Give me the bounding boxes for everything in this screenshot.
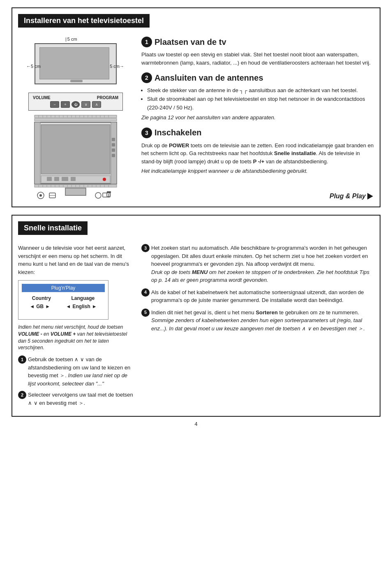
menu-val2: English [72, 304, 90, 309]
step2-bullet2: Sluit de stroomkabel aan op het televisi… [147, 95, 374, 112]
tv-illustration-area: |5 cm ←5 cm 5 cm→ [18, 37, 133, 201]
bottom-intro: Wanneer u de televisie voor het eerst aa… [18, 244, 133, 276]
svg-rect-31 [62, 177, 68, 181]
remote-down-btn[interactable]: ∨ [81, 101, 90, 108]
svg-rect-23 [41, 125, 110, 174]
remote-up-btn[interactable]: ∧ [92, 101, 101, 108]
right-step3: 3 Het zoeken start nu automatisch. Alle … [141, 244, 374, 284]
bottom-step2-num: 2 [18, 391, 26, 399]
svg-rect-25 [112, 143, 115, 146]
menu-val2-left: ◄ [66, 304, 71, 309]
svg-rect-29 [47, 177, 52, 181]
step2-num: 2 [141, 72, 152, 83]
remote-power-btn[interactable]: ⏻ [71, 101, 80, 108]
svg-rect-22 [111, 122, 117, 184]
step3-text: Druk op de POWER toets om de televisie a… [141, 142, 374, 166]
menu-col1: Country [32, 295, 51, 301]
svg-rect-26 [112, 149, 115, 152]
right-content: 1 Plaatsen van de tv Plaats uw toestel o… [141, 37, 374, 201]
plug-n-play-menu: Plug'n'Play Country Language ◄ GB ► ◄ En… [18, 280, 108, 320]
right-step3-text: Het zoeken start nu automatisch. Alle be… [151, 244, 374, 284]
bottom-step1-text: Gebruik de toetsen ∧ ∨ van de afstandsbe… [28, 355, 133, 388]
right-step4-text: Als de kabel of het kabelnetwerk het aut… [151, 288, 374, 304]
menu-val1-left: ◄ [30, 304, 35, 309]
svg-rect-24 [112, 138, 115, 141]
bottom-section-header: Snelle installatie [18, 221, 88, 235]
menu-val1-right: ► [45, 304, 50, 309]
step3-num: 3 [141, 128, 152, 138]
plug-play-label: Plug & Play [330, 193, 366, 200]
bottom-step1: 1 Gebruik de toetsen ∧ ∨ van de afstands… [18, 355, 133, 388]
step2-bullets: Steek de stekker van de antenne in de ┐┌… [141, 86, 374, 112]
page-number: 4 [194, 421, 197, 427]
page-number-area: 4 [12, 421, 380, 427]
remote-control-panel: VOLUME PROGRAM − + ⏻ ∨ ∧ [28, 93, 123, 111]
plug-play-arrow-icon [367, 193, 373, 200]
left-col: Wanneer u de televisie voor het eerst aa… [18, 244, 133, 410]
svg-rect-32 [71, 177, 76, 181]
tv-back-illustration [26, 113, 125, 201]
step3-italic: Het indicatielampje knippert wanneer u d… [141, 167, 374, 175]
step2-bullet1: Steek de stekker van de antenne in de ┐┌… [147, 86, 374, 95]
step1-text: Plaats uw toestel op een stevig en stabi… [141, 51, 374, 67]
bottom-step2: 2 Selecteer vervolgens uw taal met de to… [18, 391, 133, 407]
plug-play-logo: Plug & Play [330, 193, 373, 200]
bottom-section: Snelle installatie Wanneer u de televisi… [12, 215, 380, 417]
right-col: 3 Het zoeken start nu automatisch. Alle … [141, 244, 374, 410]
step1-block: 1 Plaatsen van de tv Plaats uw toestel o… [141, 37, 374, 67]
right-step5-num: 5 [141, 309, 150, 317]
right-step5-text: Indien dit niet het geval is, dient u he… [151, 309, 374, 333]
svg-point-33 [103, 178, 106, 181]
svg-rect-30 [54, 177, 59, 181]
remote-volume-label: VOLUME [33, 95, 51, 100]
top-section: Installeren van het televisietoestel |5 … [12, 7, 380, 207]
svg-rect-27 [112, 154, 115, 157]
right-step4: 4 Als de kabel of het kabelnetwerk het a… [141, 288, 374, 304]
dim-left-label: 5 cm [31, 64, 41, 69]
bottom-step2-text: Selecteer vervolgens uw taal met de toet… [28, 391, 133, 407]
menu-val2-right: ► [92, 304, 97, 309]
remote-minus-btn[interactable]: − [50, 101, 59, 108]
right-step4-num: 4 [141, 288, 150, 297]
step1-title: Plaatsen van de tv [154, 37, 226, 47]
top-section-header: Installeren van het televisietoestel [18, 14, 150, 28]
svg-rect-53 [65, 188, 86, 195]
right-step3-num: 3 [141, 244, 150, 252]
bottom-italic-note: Indien het menu niet verschijnt, houd de… [18, 324, 133, 351]
tv-svg [26, 113, 125, 200]
remote-program-label: PROGRAM [97, 95, 118, 100]
step2-title: Aansluiten van de antennes [154, 73, 263, 83]
svg-point-55 [39, 194, 42, 197]
right-step5: 5 Indien dit niet het geval is, dient u … [141, 309, 374, 333]
step2-block: 2 Aansluiten van de antennes Steek de st… [141, 72, 374, 122]
svg-rect-19 [35, 118, 117, 121]
step3-title: Inschakelen [154, 128, 202, 137]
menu-col2: Language [71, 295, 95, 301]
remote-plus-btn[interactable]: + [61, 101, 70, 108]
bottom-step1-num: 1 [18, 355, 26, 364]
svg-rect-21 [35, 122, 40, 184]
dim-top-label: 5 cm [67, 37, 77, 42]
menu-title: Plug'n'Play [22, 284, 105, 292]
dim-right-label: 5 cm [110, 64, 120, 69]
menu-val1: GB [36, 304, 44, 309]
step2-italic: Zie pagina 12 voor het aansluiten van an… [141, 114, 374, 122]
svg-point-60 [95, 193, 101, 198]
step3-block: 3 Inschakelen Druk op de POWER toets om … [141, 128, 374, 175]
step1-num: 1 [141, 37, 152, 47]
